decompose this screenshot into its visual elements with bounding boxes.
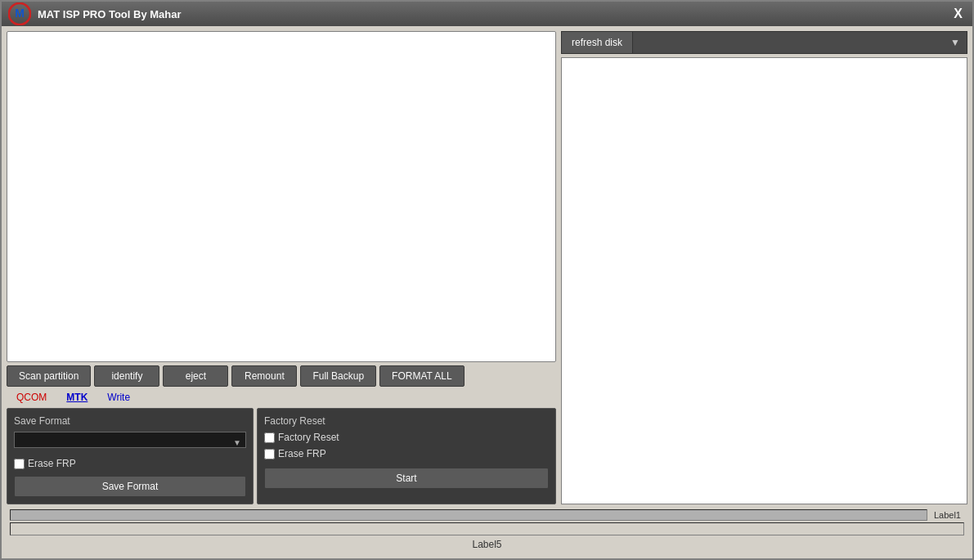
factory-reset-panel: Factory Reset Factory Reset Erase FRP St… bbox=[257, 408, 556, 504]
title-bar: M MAT ISP PRO Tool By Mahar X bbox=[2, 2, 972, 26]
erase-frp-factory-checkbox[interactable] bbox=[264, 449, 275, 459]
log-area bbox=[7, 31, 556, 362]
status-bar-bottom: Label1 Label5 bbox=[7, 508, 967, 553]
start-button[interactable]: Start bbox=[264, 468, 549, 489]
progress-bar bbox=[10, 509, 927, 521]
save-format-button[interactable]: Save Format bbox=[14, 476, 246, 497]
erase-frp-checkbox[interactable] bbox=[14, 459, 25, 469]
erase-frp-label: Erase FRP bbox=[28, 458, 76, 469]
refresh-disk-button[interactable]: refresh disk bbox=[562, 32, 633, 53]
main-window: M MAT ISP PRO Tool By Mahar X Scan parti… bbox=[0, 0, 974, 560]
save-format-panel: Save Format Erase FRP Save Format bbox=[7, 408, 254, 504]
tab-mtk[interactable]: MTK bbox=[56, 390, 97, 405]
format-all-button[interactable]: FORMAT ALL bbox=[379, 365, 465, 387]
scan-partition-button[interactable]: Scan partition bbox=[7, 365, 91, 387]
svg-text:M: M bbox=[15, 7, 25, 20]
factory-reset-label: Factory Reset bbox=[278, 432, 339, 443]
erase-frp-row: Erase FRP bbox=[14, 458, 246, 469]
left-panel: Scan partition identify eject Remount Fu… bbox=[7, 31, 556, 504]
disk-dropdown-area: ▼ bbox=[633, 37, 967, 48]
factory-reset-title: Factory Reset bbox=[264, 415, 549, 427]
save-format-dropdown[interactable] bbox=[14, 432, 246, 448]
app-logo: M bbox=[8, 2, 31, 25]
status-input[interactable] bbox=[10, 522, 964, 535]
disk-dropdown-arrow-icon: ▼ bbox=[950, 37, 960, 48]
top-section: Scan partition identify eject Remount Fu… bbox=[7, 31, 967, 504]
disk-list-area bbox=[561, 57, 967, 504]
label1: Label1 bbox=[931, 510, 964, 520]
label5: Label5 bbox=[10, 537, 964, 552]
remount-button[interactable]: Remount bbox=[231, 365, 297, 387]
identify-button[interactable]: identify bbox=[94, 365, 159, 387]
erase-frp-factory-row: Erase FRP bbox=[264, 448, 549, 459]
label-row bbox=[10, 522, 964, 535]
save-format-dropdown-wrapper bbox=[14, 432, 246, 453]
bottom-panels: Save Format Erase FRP Save Format bbox=[7, 408, 556, 504]
factory-reset-row: Factory Reset bbox=[264, 432, 549, 443]
right-panel: refresh disk ▼ bbox=[561, 31, 967, 504]
eject-button[interactable]: eject bbox=[163, 365, 228, 387]
action-buttons: Scan partition identify eject Remount Fu… bbox=[7, 365, 556, 387]
factory-reset-checkbox[interactable] bbox=[264, 432, 275, 443]
main-content: Scan partition identify eject Remount Fu… bbox=[2, 26, 972, 558]
close-button[interactable]: X bbox=[950, 7, 966, 21]
tabs-row: QCOM MTK Write bbox=[7, 390, 556, 405]
save-format-title: Save Format bbox=[14, 415, 246, 427]
progress-row: Label1 bbox=[10, 509, 964, 521]
disk-toolbar: refresh disk ▼ bbox=[561, 31, 967, 54]
app-title: MAT ISP PRO Tool By Mahar bbox=[38, 8, 182, 20]
erase-frp-factory-label: Erase FRP bbox=[278, 448, 326, 459]
title-bar-left: M MAT ISP PRO Tool By Mahar bbox=[8, 2, 182, 25]
full-backup-button[interactable]: Full Backup bbox=[300, 365, 376, 387]
tab-write[interactable]: Write bbox=[97, 390, 140, 405]
tab-qcom[interactable]: QCOM bbox=[7, 390, 56, 405]
